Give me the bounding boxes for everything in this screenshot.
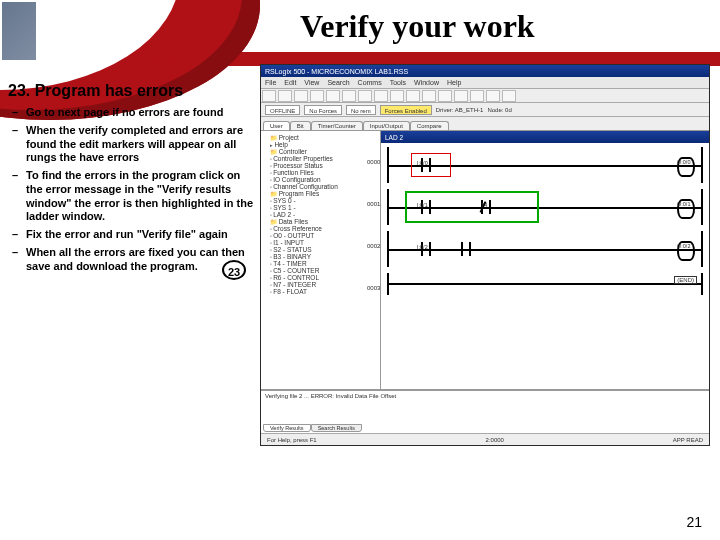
statusbar-position: 2:0000 <box>486 437 504 443</box>
tree-item[interactable]: LAD 2 - <box>264 211 377 218</box>
menu-item[interactable]: Comms <box>358 79 382 86</box>
slide-banner: Verify your work <box>0 0 720 72</box>
menu-item[interactable]: Search <box>327 79 349 86</box>
instruction-tabs: User Bit Timer/Counter Input/Output Comp… <box>261 117 709 131</box>
tree-item[interactable]: F8 - FLOAT <box>264 288 377 295</box>
section-heading: 23. Program has errors <box>8 82 183 100</box>
tree-item[interactable]: Data Files <box>264 218 377 225</box>
rung[interactable]: 0001 I:0/1 T4 O:0/1 <box>387 189 703 225</box>
bullet-item: Go to next page if no errors are found <box>8 106 258 120</box>
verify-results-panel[interactable]: Verifying file 2 ... ERROR: Invalid Data… <box>261 389 709 433</box>
tree-item[interactable]: Cross Reference <box>264 225 377 232</box>
menu-item[interactable]: Help <box>447 79 461 86</box>
rslogix-window: RSLogix 500 - MICROECONOMIX LAB1.RSS Fil… <box>260 64 710 446</box>
menu-item[interactable]: Window <box>414 79 439 86</box>
toolbar-button[interactable] <box>406 90 420 102</box>
toolbar-button[interactable] <box>294 90 308 102</box>
rung-number: 0003 <box>367 285 380 291</box>
node-label: Node: 0d <box>487 107 511 113</box>
verify-results-tab[interactable]: Verify Results <box>263 424 311 432</box>
window-title-text: RSLogix 500 - MICROECONOMIX LAB1.RSS <box>265 68 408 75</box>
tree-item[interactable]: R6 - CONTROL <box>264 274 377 281</box>
toolbar-button[interactable] <box>310 90 324 102</box>
bullet-item: When the verify completed and errors are… <box>8 124 258 165</box>
toolbar-button[interactable] <box>374 90 388 102</box>
window-titlebar[interactable]: RSLogix 500 - MICROECONOMIX LAB1.RSS <box>261 65 709 77</box>
tree-item[interactable]: Channel Configuration <box>264 183 377 190</box>
tree-item[interactable]: O0 - OUTPUT <box>264 232 377 239</box>
rung-number: 0000 <box>367 159 380 165</box>
ladder-title[interactable]: LAD 2 <box>381 131 709 143</box>
tree-item[interactable]: Help <box>264 141 377 148</box>
tab[interactable]: Timer/Counter <box>311 121 363 130</box>
tree-item[interactable]: T4 - TIMER <box>264 260 377 267</box>
tree-item[interactable]: Program Files <box>264 190 377 197</box>
tree-item[interactable]: I1 - INPUT <box>264 239 377 246</box>
tree-item[interactable]: B3 - BINARY <box>264 253 377 260</box>
bullet-item: To find the errors in the program click … <box>8 169 258 224</box>
project-tree[interactable]: Project Help Controller Controller Prope… <box>261 131 381 389</box>
rung[interactable]: 0002 I:0/2 O:0/2 <box>387 231 703 267</box>
contact-icon[interactable] <box>459 242 473 256</box>
toolbar-button[interactable] <box>438 90 452 102</box>
toolbar-button[interactable] <box>454 90 468 102</box>
tree-item[interactable]: N7 - INTEGER <box>264 281 377 288</box>
ladder-pane: LAD 2 0000 I:0/0 O:0/0 0001 I:0/1 <box>381 131 709 389</box>
online-state[interactable]: OFFLINE <box>265 105 300 115</box>
forces-state[interactable]: No Forces <box>304 105 342 115</box>
tree-item[interactable]: IO Configuration <box>264 176 377 183</box>
toolbar-button[interactable] <box>422 90 436 102</box>
statusbar: For Help, press F1 2:0000 APP READ <box>261 433 709 445</box>
toolbar-button[interactable] <box>390 90 404 102</box>
toolbar-button[interactable] <box>486 90 500 102</box>
toolbar-button[interactable] <box>358 90 372 102</box>
tree-item[interactable]: Controller Properties <box>264 155 377 162</box>
tab[interactable]: Compare <box>410 121 449 130</box>
menubar[interactable]: File Edit View Search Comms Tools Window… <box>261 77 709 89</box>
tab[interactable]: Bit <box>290 121 311 130</box>
tree-item[interactable]: SYS 1 - <box>264 204 377 211</box>
menu-item[interactable]: File <box>265 79 276 86</box>
coil-icon[interactable]: O:0/2 <box>677 241 695 257</box>
run-mode-state[interactable]: No rem <box>346 105 376 115</box>
rung[interactable]: 0000 I:0/0 O:0/0 <box>387 147 703 183</box>
rung-end: 0003 (END) <box>387 273 703 295</box>
tree-root[interactable]: Project <box>264 134 377 141</box>
step-number-badge: 23 <box>222 260 246 280</box>
tree-item[interactable]: Function Files <box>264 169 377 176</box>
bullet-list: Go to next page if no errors are found W… <box>8 106 258 277</box>
tree-item[interactable]: SYS 0 - <box>264 197 377 204</box>
bullet-item: When all the errors are fixed you can th… <box>8 246 258 274</box>
tree-item[interactable]: Processor Status <box>264 162 377 169</box>
banner-dot <box>155 52 169 66</box>
rung-number: 0001 <box>367 201 380 207</box>
menu-item[interactable]: Edit <box>284 79 296 86</box>
toolbar-button[interactable] <box>470 90 484 102</box>
coil-icon[interactable]: O:0/0 <box>677 157 695 173</box>
toolbar-button[interactable] <box>502 90 516 102</box>
ladder-editor[interactable]: 0000 I:0/0 O:0/0 0001 I:0/1 T4 O:0/1 <box>381 143 709 389</box>
search-results-tab[interactable]: Search Results <box>311 424 362 432</box>
tab[interactable]: Input/Output <box>363 121 410 130</box>
tree-item[interactable]: Controller <box>264 148 377 155</box>
page-number: 21 <box>686 514 702 530</box>
tab[interactable]: User <box>263 121 290 130</box>
selection-highlight <box>407 193 537 221</box>
tree-item[interactable]: S2 - STATUS <box>264 246 377 253</box>
contact-icon[interactable]: I:0/2 <box>419 242 433 256</box>
driver-label: Driver: AB_ETH-1 <box>436 107 484 113</box>
menu-item[interactable]: Tools <box>390 79 406 86</box>
toolbar-button[interactable] <box>262 90 276 102</box>
toolbar-button[interactable] <box>278 90 292 102</box>
toolbar-button[interactable] <box>326 90 340 102</box>
forces-enabled-badge: Forces Enabled <box>380 105 432 115</box>
slide-title: Verify your work <box>300 8 535 45</box>
statusbar-mode: APP READ <box>673 437 703 443</box>
toolbar <box>261 89 709 103</box>
coil-icon[interactable]: O:0/1 <box>677 199 695 215</box>
menu-item[interactable]: View <box>304 79 319 86</box>
bullet-item: Fix the error and run "Verify file" agai… <box>8 228 258 242</box>
tree-item[interactable]: C5 - COUNTER <box>264 267 377 274</box>
toolbar-button[interactable] <box>342 90 356 102</box>
verify-error-line[interactable]: Verifying file 2 ... ERROR: Invalid Data… <box>265 393 705 399</box>
